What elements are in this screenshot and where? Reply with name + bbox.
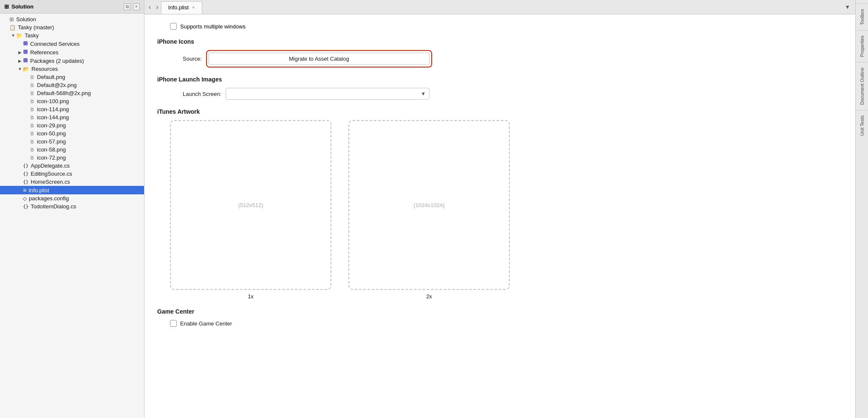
sidebar-item-resources[interactable]: ▼📂Resources — [0, 65, 144, 73]
tree-label-icon-58-png: icon-58.png — [37, 146, 66, 153]
enable-game-center-checkbox[interactable] — [170, 320, 177, 327]
sidebar-item-home-screen[interactable]: {}HomeScreen.cs — [0, 178, 144, 186]
sidebar-item-icon-57-png[interactable]: 🗎icon-57.png — [0, 137, 144, 146]
tree-label-icon-144-png: icon-144.png — [37, 114, 69, 121]
tree-toggle-packages[interactable]: ▶ — [17, 59, 23, 63]
iphone-launch-images-title: iPhone Launch Images — [157, 76, 843, 83]
migrate-btn-container: Migrate to Asset Catalog — [206, 50, 432, 67]
tree-label-solution: Solution — [16, 16, 36, 22]
right-panel: ‹ › Info.plist × ▼ Supports multiple win… — [144, 0, 855, 418]
right-sidebar-item-document-outline[interactable]: Document Outline — [856, 62, 868, 110]
iphone-icons-title: iPhone Icons — [157, 38, 843, 45]
sidebar-item-tasky-master[interactable]: 📋Tasky (master) — [0, 23, 144, 31]
sidebar-item-todoitem-dialog[interactable]: {}TodoItemDialog.cs — [0, 202, 144, 210]
sidebar-item-icon-72-png[interactable]: 🗎icon-72.png — [0, 154, 144, 162]
sidebar-item-icon-29-png[interactable]: 🗎icon-29.png — [0, 121, 144, 129]
svg-rect-1 — [23, 50, 28, 54]
sidebar-item-icon-58-png[interactable]: 🗎icon-58.png — [0, 146, 144, 154]
iphone-launch-images-section: iPhone Launch Images Launch Screen: ▼ — [157, 76, 843, 100]
main-content: Supports multiple windows iPhone Icons S… — [144, 14, 855, 418]
sidebar-item-default-568h2x-png[interactable]: 🗎Default-568h@2x.png — [0, 89, 144, 97]
right-sidebar-item-toolbox[interactable]: Toolbox — [856, 3, 868, 30]
tree-label-icon-57-png: icon-57.png — [37, 138, 66, 145]
right-sidebar-item-properties[interactable]: Properties — [856, 30, 868, 62]
tree-icon-packages — [23, 57, 28, 64]
source-row: Source: Migrate to Asset Catalog — [183, 50, 843, 67]
tree-toggle-tasky[interactable]: ▼ — [10, 33, 16, 38]
sidebar-header: ⊞ Solution ⧉ × — [0, 0, 144, 14]
itunes-artwork-title: iTunes Artwork — [157, 108, 843, 115]
tree-label-tasky: Tasky — [25, 32, 39, 39]
artwork-item-2x: (1024x1024)2x — [348, 120, 510, 300]
close-sidebar-button[interactable]: × — [133, 3, 140, 10]
tree-label-default-png: Default.png — [37, 74, 65, 80]
svg-rect-2 — [23, 58, 28, 62]
tree-label-icon-50-png: icon-50.png — [37, 130, 66, 137]
tree-label-info-plist: Info.plist — [28, 187, 49, 194]
sidebar-item-connected-services[interactable]: Connected Services — [0, 39, 144, 48]
tree-icon-connected-services — [23, 40, 28, 47]
restore-button[interactable]: ⧉ — [124, 3, 130, 10]
solution-icon: ⊞ — [4, 3, 9, 10]
tree-icon-info-plist: ≡ — [23, 187, 26, 194]
tree-label-icon-29-png: icon-29.png — [37, 122, 66, 129]
tree-icon-default-568h2x-png: 🗎 — [30, 90, 35, 96]
tree-icon-tasky-master: 📋 — [9, 25, 16, 31]
tree-icon-icon-114-png: 🗎 — [30, 107, 35, 112]
artwork-grid: (512x512)1x(1024x1024)2x — [170, 120, 843, 300]
artwork-label-1x: 1x — [248, 293, 254, 300]
tree-icon-resources: 📂 — [23, 66, 29, 72]
tree-label-resources: Resources — [31, 66, 58, 72]
iphone-icons-section: iPhone Icons Source: Migrate to Asset Ca… — [157, 38, 843, 67]
svg-rect-0 — [23, 41, 28, 45]
tree-icon-default-png: 🗎 — [30, 74, 35, 80]
tree-label-references: References — [30, 49, 58, 56]
tree-icon-icon-50-png: 🗎 — [30, 131, 35, 137]
sidebar-item-solution[interactable]: ⊞Solution — [0, 15, 144, 23]
tree-icon-icon-29-png: 🗎 — [30, 123, 35, 129]
sidebar-item-editing-source[interactable]: {}EditingSource.cs — [0, 170, 144, 178]
sidebar-item-default-png[interactable]: 🗎Default.png — [0, 73, 144, 81]
tree-icon-icon-58-png: 🗎 — [30, 147, 35, 153]
tree-icon-icon-57-png: 🗎 — [30, 139, 35, 145]
sidebar-item-references[interactable]: ▶References — [0, 48, 144, 56]
artwork-box-1x[interactable]: (512x512) — [170, 120, 331, 290]
tree-icon-todoitem-dialog: {} — [23, 204, 28, 209]
launch-screen-dropdown[interactable]: ▼ — [226, 88, 430, 100]
tree-toggle-references[interactable]: ▶ — [17, 50, 23, 55]
forward-button[interactable]: › — [153, 3, 161, 11]
game-center-section: Game Center Enable Game Center — [157, 308, 843, 327]
sidebar-item-app-delegate[interactable]: {}AppDelegate.cs — [0, 162, 144, 170]
sidebar-header-controls: ⧉ × — [124, 3, 140, 10]
sidebar-item-packages-config[interactable]: ◇packages.config — [0, 194, 144, 202]
sidebar-item-packages[interactable]: ▶Packages (2 updates) — [0, 56, 144, 65]
tab-info-plist[interactable]: Info.plist × — [161, 1, 202, 14]
sidebar-item-icon-100-png[interactable]: 🗎icon-100.png — [0, 97, 144, 105]
tab-close-button[interactable]: × — [192, 5, 195, 10]
itunes-artwork-section: iTunes Artwork (512x512)1x(1024x1024)2x — [157, 108, 843, 300]
supports-multiple-windows-checkbox[interactable] — [170, 23, 177, 30]
source-label: Source: — [183, 56, 202, 62]
migrate-to-asset-catalog-button[interactable]: Migrate to Asset Catalog — [209, 53, 430, 65]
tree-icon-home-screen: {} — [23, 179, 28, 185]
supports-multiple-windows-row: Supports multiple windows — [170, 23, 843, 30]
tree-label-default-568h2x-png: Default-568h@2x.png — [37, 90, 91, 96]
tree-icon-icon-72-png: 🗎 — [30, 155, 35, 161]
tree-icon-icon-144-png: 🗎 — [30, 115, 35, 121]
tab-dropdown-icon[interactable]: ▼ — [841, 4, 854, 10]
artwork-box-2x[interactable]: (1024x1024) — [348, 120, 510, 290]
back-button[interactable]: ‹ — [146, 3, 153, 11]
sidebar-item-tasky[interactable]: ▼📁Tasky — [0, 31, 144, 39]
tree-label-connected-services: Connected Services — [30, 41, 79, 47]
sidebar-item-default2x-png[interactable]: 🗎Default@2x.png — [0, 81, 144, 89]
tree-icon-icon-100-png: 🗎 — [30, 98, 35, 104]
sidebar-item-icon-144-png[interactable]: 🗎icon-144.png — [0, 113, 144, 121]
right-sidebar-item-unit-tests[interactable]: Unit Tests — [856, 110, 868, 141]
tree-label-tasky-master: Tasky (master) — [18, 24, 54, 31]
sidebar-item-icon-50-png[interactable]: 🗎icon-50.png — [0, 129, 144, 137]
tree-toggle-resources[interactable]: ▼ — [17, 67, 23, 71]
tree-icon-packages-config: ◇ — [23, 196, 27, 202]
tree-label-icon-100-png: icon-100.png — [37, 98, 69, 104]
sidebar-item-icon-114-png[interactable]: 🗎icon-114.png — [0, 105, 144, 113]
sidebar-item-info-plist[interactable]: ≡Info.plist — [0, 186, 144, 194]
